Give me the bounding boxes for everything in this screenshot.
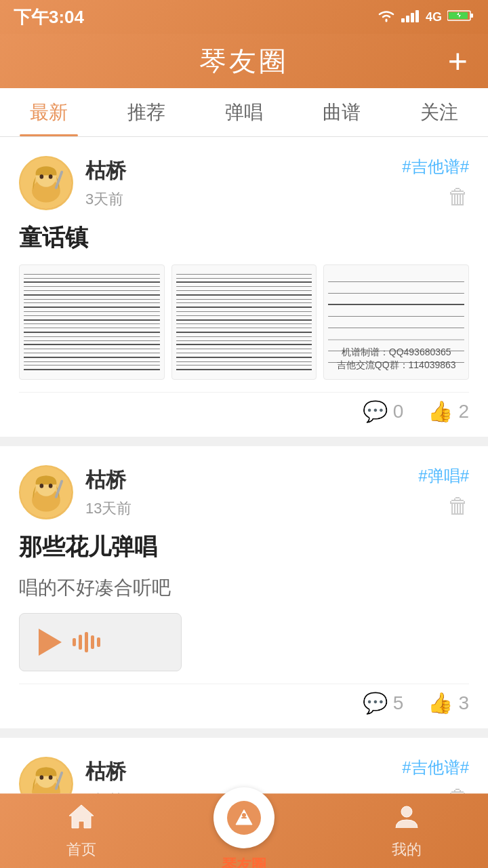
nav-mine[interactable]: 我的 [366,802,447,860]
post-username: 枯桥 [85,758,126,786]
signal-icon [401,9,420,26]
post-time: 3天前 [85,189,126,210]
post-content: 唱的不好凑合听吧 [19,574,469,602]
sound-waves [73,632,100,652]
battery-icon [447,9,474,26]
play-icon [39,629,62,656]
sheet-image-3[interactable]: 机谱制谱：QQ493680365 吉他交流QQ群：114039863 [323,264,469,380]
status-icons: 4G [377,9,474,26]
post-tag[interactable]: #弹唱# [418,465,469,487]
status-bar: 下午3:04 4G [0,0,488,34]
wave-bar [91,635,94,649]
comment-icon: 💬 [363,691,388,715]
comment-action[interactable]: 💬 0 [363,399,404,423]
like-count: 3 [458,692,469,714]
like-count: 2 [458,401,469,422]
avatar[interactable] [19,156,73,210]
svg-rect-5 [470,14,473,18]
mine-icon [393,802,420,835]
nav-mine-label: 我的 [392,840,422,860]
bottom-nav: 首页 琴友圈 我的 [0,793,488,868]
svg-point-17 [49,484,53,488]
wave-bar [79,635,82,650]
comment-action[interactable]: 💬 5 [363,691,404,715]
header: 琴友圈 + [0,34,488,88]
wave-bar [73,638,76,646]
comment-count: 5 [393,692,404,714]
post-card: 枯桥 3天前 #吉他谱# 🗑 童话镇 [0,137,488,437]
svg-point-11 [49,174,53,179]
comment-count: 0 [393,401,404,422]
tab-score[interactable]: 曲谱 [293,88,390,136]
sheet-image-1[interactable] [19,264,165,380]
network-label: 4G [426,10,442,24]
header-title: 琴友圈 [199,43,289,80]
tab-latest[interactable]: 最新 [0,88,98,136]
avatar[interactable] [19,465,73,519]
post-tag[interactable]: #吉他谱# [402,156,469,178]
post-time: 13天前 [85,498,131,519]
tab-play[interactable]: 弹唱 [195,88,293,136]
feed: 枯桥 3天前 #吉他谱# 🗑 童话镇 [0,137,488,868]
delete-button[interactable]: 🗑 [447,494,469,519]
svg-rect-1 [406,16,409,22]
sheet-images: 机谱制谱：QQ493680365 吉他交流QQ群：114039863 [19,264,469,380]
like-icon: 👍 [428,691,453,715]
post-footer: 💬 0 👍 2 [19,392,469,423]
like-icon: 👍 [428,399,453,423]
svg-point-23 [49,775,53,780]
audio-player[interactable] [19,613,182,671]
svg-point-25 [242,813,246,817]
svg-rect-26 [241,817,247,818]
tab-follow[interactable]: 关注 [390,88,488,136]
wifi-icon [377,9,396,26]
svg-point-27 [401,806,412,817]
nav-home[interactable]: 首页 [41,802,122,860]
comment-icon: 💬 [363,399,388,423]
nav-community-label: 琴友圈 [222,855,266,869]
nav-community[interactable]: 琴友圈 [203,787,285,869]
svg-point-22 [40,775,44,780]
svg-rect-0 [401,18,405,22]
svg-rect-3 [415,10,419,22]
post-footer: 💬 5 👍 3 [19,684,469,715]
post-title: 童话镇 [19,222,469,254]
post-tag[interactable]: #吉他谱# [402,757,469,778]
post-card: 枯桥 13天前 #弹唱# 🗑 那些花儿弹唱 唱的不好凑合听吧 [0,446,488,728]
post-username: 枯桥 [85,157,126,185]
home-icon [66,802,96,835]
post-title: 那些花儿弹唱 [19,532,469,563]
tab-bar: 最新 推荐 弹唱 曲谱 关注 [0,88,488,137]
tab-recommend[interactable]: 推荐 [98,88,195,136]
svg-point-16 [40,484,44,488]
post-header: 枯桥 13天前 #弹唱# 🗑 [19,465,469,519]
community-icon [227,801,261,835]
wave-bar [97,637,100,647]
sheet-image-2[interactable] [171,264,317,380]
like-action[interactable]: 👍 2 [428,399,469,423]
wave-bar [85,632,88,652]
delete-button[interactable]: 🗑 [447,184,469,210]
post-username: 枯桥 [85,467,131,494]
post-header: 枯桥 3天前 #吉他谱# 🗑 [19,156,469,210]
svg-point-10 [40,174,44,179]
add-button[interactable]: + [448,44,468,78]
sheet-watermark: 机谱制谱：QQ493680365 吉他交流QQ群：114039863 [324,346,468,372]
nav-home-label: 首页 [66,840,96,860]
nav-center-button[interactable] [214,787,274,848]
svg-rect-2 [411,13,414,22]
like-action[interactable]: 👍 3 [428,691,469,715]
status-time: 下午3:04 [14,5,84,29]
